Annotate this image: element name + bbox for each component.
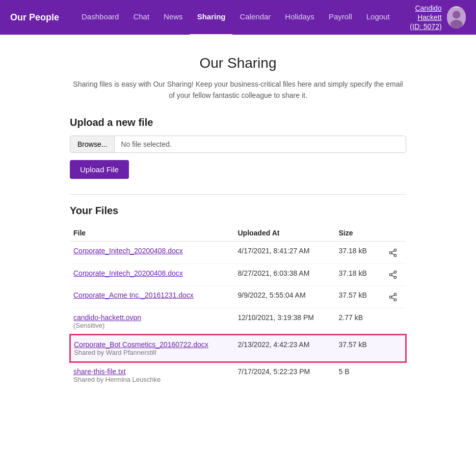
table-header: File Uploaded At Size [70,225,406,242]
file-link[interactable]: Corporate_Acme Inc._20161231.docx [73,291,194,299]
nav-link-sharing[interactable]: Sharing [190,0,233,36]
table-row: Corporate_Initech_20200408.docx8/27/2021… [70,264,406,286]
upload-section-title: Upload a new file [70,117,406,128]
nav-link-chat[interactable]: Chat [126,0,156,36]
col-size: Size [336,225,383,242]
files-section-title: Your Files [70,205,406,217]
files-tbody: Corporate_Initech_20200408.docx4/17/2021… [70,241,406,388]
file-size: 37.18 kB [336,264,383,286]
svg-line-6 [391,253,394,255]
table-row: candido-hackett.ovpn(Sensitive)12/10/202… [70,308,406,335]
file-link[interactable]: share-this-file.txt [73,367,126,376]
page-title: Our Sharing [70,55,406,71]
file-size: 2.77 kB [336,308,383,335]
svg-line-12 [391,273,394,274]
file-size: 37.57 kB [336,286,383,308]
col-uploaded-at: Uploaded At [234,225,335,242]
file-link[interactable]: candido-hackett.ovpn [73,313,141,322]
upload-area: Browse... No file selected. Upload File [70,136,406,179]
uploaded-at: 2/13/2022, 4:42:23 AM [234,335,335,362]
svg-line-7 [391,250,394,252]
uploaded-at: 4/17/2021, 8:41:27 AM [234,241,335,264]
file-input-row: Browse... No file selected. [70,136,406,153]
svg-point-1 [453,11,460,18]
nav-link-holidays[interactable]: Holidays [278,0,322,36]
file-name-display: No file selected. [115,136,406,152]
nav-link-payroll[interactable]: Payroll [322,0,359,36]
file-size: 37.18 kB [336,241,383,264]
brand-logo: Our People [10,12,59,23]
nav-links: DashboardChatNewsSharingCalendarHolidays… [74,0,397,36]
table-row: share-this-file.txtShared by Hermina Leu… [70,362,406,388]
avatar [447,6,466,29]
user-id: (ID: 5072) [397,22,442,31]
share-button[interactable] [386,269,400,281]
col-actions [383,225,406,242]
browse-button[interactable]: Browse... [70,136,115,152]
upload-file-button[interactable]: Upload File [70,160,129,179]
table-row: Corporate_Acme Inc._20161231.docx9/9/202… [70,286,406,308]
file-size: 5 B [336,362,383,388]
file-link[interactable]: Corporate_Initech_20200408.docx [73,269,183,277]
share-button[interactable] [386,247,400,258]
table-row: Corporate_Bot Cosmetics_20160722.docxSha… [70,335,406,362]
nav-link-news[interactable]: News [156,0,190,36]
uploaded-at: 7/17/2024, 5:22:23 PM [234,362,335,388]
uploaded-at: 8/27/2021, 6:03:38 AM [234,264,335,286]
uploaded-at: 9/9/2022, 5:55:04 AM [234,286,335,308]
shared-by-label: Shared by Ward Pfannerstill [74,349,231,356]
svg-point-2 [450,20,462,29]
table-row: Corporate_Initech_20200408.docx4/17/2021… [70,241,406,264]
shared-by-label: Shared by Hermina Leuschke [73,376,231,383]
file-link[interactable]: Corporate_Initech_20200408.docx [73,247,183,255]
navbar: Our People DashboardChatNewsSharingCalen… [0,0,476,35]
file-size: 37.57 kB [336,335,383,362]
page-subtitle: Sharing files is easy with Our Sharing! … [70,78,406,101]
sensitive-label: (Sensitive) [73,322,231,329]
nav-link-dashboard[interactable]: Dashboard [74,0,126,36]
svg-line-17 [391,295,394,297]
user-name-link[interactable]: Candido Hackett (ID: 5072) [397,4,442,32]
files-table: File Uploaded At Size Corporate_Initech_… [70,225,406,388]
user-info-area: Candido Hackett (ID: 5072) [397,4,466,32]
file-link[interactable]: Corporate_Bot Cosmetics_20160722.docx [74,340,208,349]
nav-link-logout[interactable]: Logout [359,0,397,36]
divider [70,194,406,195]
share-button[interactable] [386,291,400,303]
nav-link-calendar[interactable]: Calendar [232,0,278,36]
svg-line-11 [391,275,394,277]
user-name: Candido Hackett [397,4,442,22]
col-file: File [70,225,234,242]
svg-line-16 [391,298,394,299]
uploaded-at: 12/10/2021, 3:19:38 PM [234,308,335,335]
